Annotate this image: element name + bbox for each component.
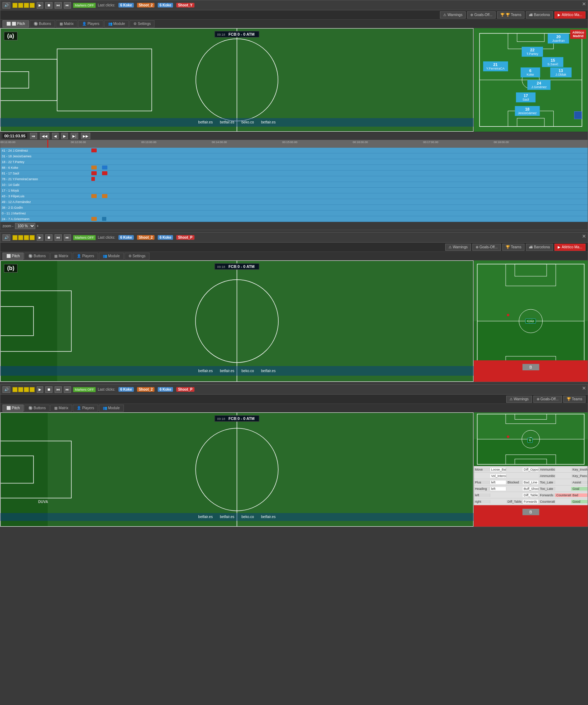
nav-teams-a[interactable]: 🏆🏆 Teams [497,11,524,19]
tl-play-btn[interactable]: ▶ [61,133,68,139]
track-marker-4 [91,171,97,175]
tab-settings-a[interactable]: ⚙Settings [130,20,154,27]
tab-players-c[interactable]: 👤Players [73,405,98,412]
prev-btn[interactable]: ⏮ [55,2,62,9]
close-button-c[interactable]: ✕ [582,385,586,391]
prev-btn-b[interactable]: ⏮ [55,234,62,241]
top-nav-a: ⚠Warnings ⊕Goals-Off... 🏆🏆 Teams 🏙Barcel… [0,10,588,20]
tab-module-c[interactable]: 👥Module [99,405,124,412]
color-btn-c1[interactable] [12,387,17,392]
tab-matrix-a[interactable]: ▦Matrix [56,20,77,27]
next-btn[interactable]: ⏭ [64,2,71,9]
color-btn-c4[interactable] [30,387,35,392]
tab-buttons-c[interactable]: 🔘Buttons [24,405,50,412]
player-partey[interactable]: 22 T.Partey [522,47,543,57]
nav-atletico-a[interactable]: ▶Atlético Ma... [554,11,586,19]
cell-24: Too_Late [539,487,555,491]
play-btn-b[interactable]: ▶ [37,234,43,241]
color-btn-3[interactable] [24,3,29,8]
color-btn-b4[interactable] [30,235,35,240]
tl-fwd-btn[interactable]: ▶▶ [81,133,90,139]
color-btn-c3[interactable] [24,387,29,392]
next-btn-c[interactable]: ⏭ [64,386,71,393]
tab-module-b[interactable]: 👥Module [99,253,124,260]
tab-settings-b[interactable]: ⚙Settings [125,253,149,260]
pitch-area-a: Atlético Madrid 20 Juanfran 22 T.Partey … [473,28,588,132]
player-juanfran[interactable]: 20 Juanfran [548,34,569,44]
b-button-b[interactable]: B [522,364,539,370]
color-btn-b3[interactable] [24,235,29,240]
color-btn-4[interactable] [30,3,35,8]
player-savic[interactable]: 15 S.Savić [542,57,563,67]
click-tag-b1: 6 Koke [118,235,134,240]
stop-btn[interactable]: ⏹ [45,2,52,9]
nav-teams-c[interactable]: 🏆Teams [563,396,586,403]
toolbar-c: 🔊 ▶ ⏹ ⏮ ⏭ Markers OFF Last clicks: 6 Kok… [0,385,588,395]
tl-frame-back-btn[interactable]: ◀ [52,133,59,139]
player-koke-dot-b[interactable]: Koke [525,319,536,324]
play-btn-c[interactable]: ▶ [37,386,43,393]
video-feed-a: 09:18 FCB 0 - 0 ATM betfair.esbetfair.es… [0,28,473,132]
nav-teams-b[interactable]: 🏆Teams [502,244,524,251]
tab-matrix-b[interactable]: ▦Matrix [50,253,72,260]
color-btn-2[interactable] [18,3,23,8]
nav-goals-b[interactable]: ⊕Goals-Off... [472,244,501,251]
tab-pitch-c[interactable]: ⬜Pitch [2,405,24,412]
b-button-c[interactable]: B [522,509,539,515]
player-oblak[interactable]: 13 J.Oblak [550,67,572,77]
tl-frame-fwd-btn[interactable]: ▶| [71,133,78,139]
nav-barcelona-b[interactable]: 🏙Barcelona [526,244,553,251]
zoom-plus[interactable]: + [37,224,39,228]
markers-off-btn-b[interactable]: Markers OFF [73,235,96,240]
timecode-a: 00:11:03.95 [2,133,27,138]
nav-warnings-b[interactable]: ⚠Warnings [445,244,471,251]
stop-btn-b[interactable]: ⏹ [45,234,52,241]
player-jesusgamez[interactable]: 18 JesúsGámez [515,106,540,116]
play-btn[interactable]: ▶ [37,2,43,9]
nav-atletico-b[interactable]: ▶Atlético Ma... [554,244,586,251]
tab-players-b[interactable]: 👤Players [73,253,98,260]
nav-warnings-c[interactable]: ⚠Warnings [506,396,532,403]
tab-buttons-b[interactable]: 🔘Buttons [24,253,50,260]
player-dot-c[interactable]: 6 [527,438,533,443]
tl-prev-btn[interactable]: ⏮ [30,133,37,139]
player-gimenez[interactable]: 24 J.Giménez [527,80,551,90]
markers-off-btn[interactable]: Markers OFF [73,3,96,8]
close-button-b[interactable]: ✕ [582,233,586,239]
nav-goals-a[interactable]: ⊕Goals-Off... [467,11,496,19]
zoom-select[interactable]: 100 % 50 % 200 % [15,223,35,229]
sound-btn-b[interactable]: 🔊 [2,234,10,241]
tab-matrix-c[interactable]: ▦Matrix [50,405,72,412]
click-tag-b2: Shoot_2 [137,235,154,240]
sound-btn-c[interactable]: 🔊 [2,386,10,393]
tab-players-a[interactable]: 👤Players [78,20,103,27]
player-saul[interactable]: 17 Saúl [516,92,536,102]
color-btn-b1[interactable] [12,235,17,240]
field-lines-b [0,260,473,382]
player-ferreira[interactable]: 21 Y.FerreiraCA [483,61,508,71]
cell-h1: Loose_Ball [490,468,507,471]
prev-btn-c[interactable]: ⏮ [55,386,62,393]
tl-back-btn[interactable]: ◀◀ [40,133,49,139]
cell-44: Counterattack [539,500,555,503]
color-btn-1[interactable] [12,3,17,8]
next-btn-b[interactable]: ⏭ [64,234,71,241]
tab-pitch-b[interactable]: ⬜Pitch [2,253,24,260]
color-btn-b2[interactable] [18,235,23,240]
nav-warnings-a[interactable]: ⚠Warnings [440,11,466,19]
sound-btn[interactable]: 🔊 [2,2,10,9]
close-button-a[interactable]: ✕ [582,1,586,7]
tab-pitch-a[interactable]: ⬜⬜ Pitch [2,20,29,27]
tab-buttons-a[interactable]: 🔘Buttons [30,20,55,27]
markers-off-btn-c[interactable]: Markers OFF [73,387,96,392]
click-tag-b3: 6 Koke [158,235,173,240]
tab-module-a[interactable]: 👥Module [104,20,129,27]
stop-btn-c[interactable]: ⏹ [45,386,52,393]
panel-label-a: (a) [4,32,17,40]
field-lines-a [0,28,473,132]
nav-goals-c[interactable]: ⊕Goals-Off... [533,396,562,403]
color-btn-c2[interactable] [18,387,23,392]
track-row-4: 81 - 17 Saúl [0,171,588,176]
player-koke[interactable]: 6 Koke [521,67,540,77]
nav-barcelona-a[interactable]: 🏙Barcelona [526,11,553,19]
